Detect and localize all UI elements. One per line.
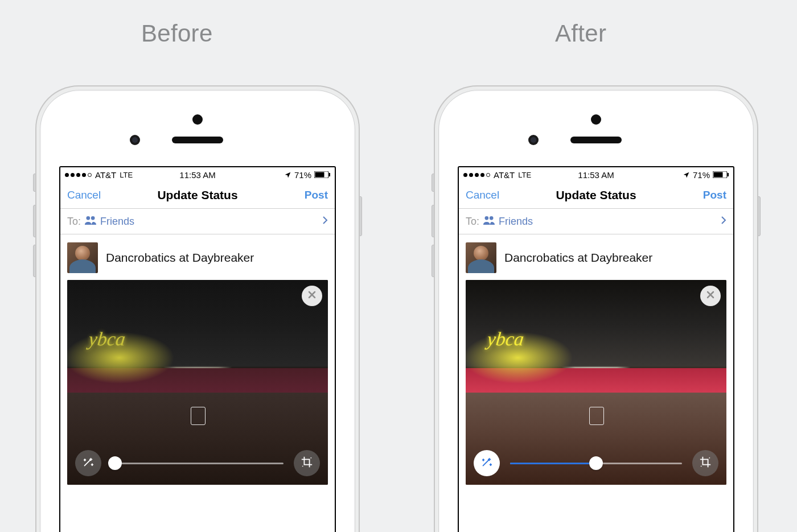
label-before: Before [141,20,213,47]
svg-point-8 [709,457,710,459]
front-camera-icon [591,114,601,125]
auto-enhance-button[interactable] [75,450,101,476]
audience-value: Friends [100,216,134,228]
status-text-input[interactable]: Dancrobatics at Daybreaker [504,251,652,265]
to-label: To: [466,216,479,228]
photo-edit-controls [466,450,726,476]
photo-edit-controls [67,450,328,476]
magic-wand-icon [82,456,95,471]
navbar-title: Update Status [60,182,335,208]
crop-icon [699,456,712,471]
front-camera-icon [192,114,203,125]
audience-selector[interactable]: To: Friends [60,209,335,234]
label-after: After [555,20,606,47]
svg-point-3 [310,457,311,459]
earpiece-speaker-icon [172,137,223,143]
navbar-title: Update Status [459,182,733,208]
crop-button[interactable] [294,450,320,476]
crop-button[interactable] [692,450,718,476]
face-detection-rect[interactable] [589,407,604,425]
close-icon [706,290,715,302]
close-icon [307,290,317,302]
venue-sign-text: ybca [486,328,525,350]
to-label: To: [67,216,81,228]
remove-photo-button[interactable] [700,286,721,306]
face-detection-rect[interactable] [191,407,206,425]
proximity-sensor-icon [130,135,140,145]
svg-point-4 [302,465,303,467]
photo-attachment[interactable]: ybca [466,280,726,485]
proximity-sensor-icon [528,135,539,145]
chevron-right-icon [322,216,328,227]
status-time: 11:53 AM [60,170,335,180]
auto-enhance-button[interactable] [474,450,500,476]
enhance-slider[interactable] [112,456,284,470]
status-time: 11:53 AM [459,170,733,180]
enhance-slider[interactable] [510,456,682,470]
crop-icon [301,456,313,471]
ios-status-bar: 11:53 AM AT&T LTE 71% [459,167,733,182]
remove-photo-button[interactable] [302,286,322,306]
composer-navbar: Cancel Update Status Post [60,182,335,209]
phone-screen: 11:53 AM AT&T LTE 71% [59,166,336,532]
chevron-right-icon [721,216,726,227]
earpiece-speaker-icon [570,137,622,143]
audience-selector[interactable]: To: Friends [459,209,733,234]
status-text-input[interactable]: Dancrobatics at Daybreaker [106,251,254,265]
photo-attachment[interactable]: ybca [67,280,328,485]
post-button[interactable]: Post [305,182,328,208]
audience-value: Friends [499,216,533,228]
phone-mockup-before: 11:53 AM AT&T LTE 71% [35,85,360,532]
svg-point-9 [701,465,702,467]
ios-status-bar: 11:53 AM AT&T LTE 71% [60,167,335,182]
user-avatar [466,242,496,273]
cancel-button[interactable]: Cancel [466,182,499,208]
phone-screen: 11:53 AM AT&T LTE 71% [458,166,734,532]
post-button[interactable]: Post [703,182,726,208]
friends-icon [483,216,495,227]
phone-mockup-after: 11:53 AM AT&T LTE 71% [434,85,758,532]
cancel-button[interactable]: Cancel [67,182,101,208]
magic-wand-icon [480,456,493,471]
friends-icon [85,216,96,227]
composer-navbar: Cancel Update Status Post [459,182,733,209]
venue-sign-text: ybca [88,328,126,350]
user-avatar [67,242,98,273]
